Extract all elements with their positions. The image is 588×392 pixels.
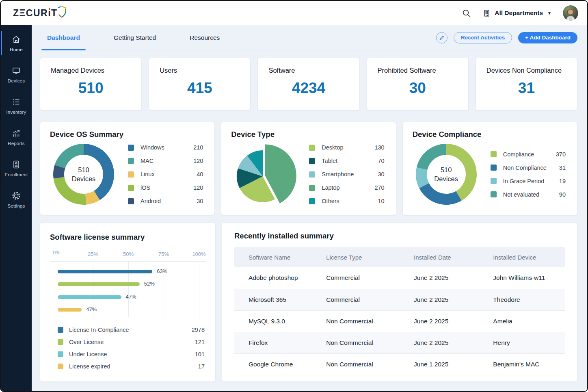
add-dashboard-button[interactable]: + Add Dashboard — [518, 32, 577, 43]
stat-card-prohibited-software: Prohibited Software 30 — [367, 58, 469, 110]
legend-item: Windows210 — [128, 141, 203, 154]
recently-installed-table: Software Name License Type Installed Dat… — [234, 247, 565, 375]
legend-item: Over License121 — [58, 336, 205, 348]
legend-item: Others10 — [309, 195, 384, 208]
legend-swatch — [491, 178, 497, 184]
sidebar-item-settings[interactable]: Settings — [1, 186, 32, 213]
recent-activities-button[interactable]: Recent Activities — [454, 32, 512, 43]
legend-value: 210 — [185, 144, 203, 151]
cell-license-type: Non Commercial — [312, 310, 400, 332]
cell-installed-date: June 2 2025 — [400, 267, 479, 289]
edit-dashboard-button[interactable] — [436, 32, 447, 43]
bar-value-label: 47% — [126, 294, 136, 300]
tab-dashboard[interactable]: Dashboard — [41, 25, 86, 50]
sidebar-item-home[interactable]: Home — [1, 29, 32, 57]
legend-value: 19 — [548, 178, 566, 184]
sidebar-item-reports[interactable]: Reports — [1, 123, 32, 151]
chart-slice-mac — [55, 144, 84, 168]
legend-label: License In-Compliance — [69, 327, 187, 333]
legend-swatch — [128, 185, 134, 191]
legend-swatch — [309, 158, 315, 164]
search-icon[interactable] — [462, 9, 471, 18]
legend-item: Linux40 — [128, 168, 203, 181]
legend-swatch — [491, 191, 497, 197]
legend-value: 90 — [548, 191, 566, 198]
brand-logo[interactable]: ZΞCURıT — [13, 8, 67, 19]
legend-label: Smartphone — [322, 171, 366, 178]
user-avatar[interactable] — [563, 5, 578, 21]
column-header-installed-device: Installed Device — [479, 247, 565, 267]
tab-resources[interactable]: Resources — [184, 25, 225, 50]
device-type-card: Device Type Desktop130Tablet70Smartphone… — [221, 122, 396, 215]
legend-item: Smartphone30 — [309, 168, 384, 181]
stat-label: Managed Devices — [51, 67, 131, 74]
legend-value: 40 — [185, 171, 203, 178]
legend-value: 121 — [187, 339, 205, 345]
axis-tick-label: 100% — [192, 251, 205, 257]
column-header-software-name: Software Name — [234, 247, 312, 267]
legend-label: Others — [322, 198, 366, 204]
column-header-license-type: License Type — [312, 247, 400, 267]
legend-swatch — [128, 171, 134, 178]
table-row[interactable]: Firefox Non Commercial June 2 2025 Henry — [234, 332, 565, 353]
legend-swatch — [128, 158, 134, 164]
legend-swatch — [58, 351, 63, 357]
legend-swatch — [128, 145, 134, 151]
cell-installed-device: Theodore — [479, 289, 565, 310]
chart-title: Software license summary — [50, 233, 205, 242]
legend-swatch — [58, 339, 63, 345]
stat-label: Users — [160, 67, 240, 74]
cell-installed-date: June 2 2025 — [400, 289, 479, 310]
legend-label: Desktop — [322, 144, 366, 151]
department-selector[interactable]: All Departments ▼ — [482, 9, 551, 17]
chart-slice-ios — [54, 177, 86, 205]
axis-tick-label: 75% — [158, 251, 169, 257]
cell-installed-device: Henry — [479, 332, 565, 353]
legend-label: Windows — [141, 144, 185, 151]
legend-item: Desktop130 — [309, 141, 384, 154]
legend-value: 120 — [185, 184, 203, 191]
legend-item: Tablet70 — [309, 154, 384, 168]
table-row[interactable]: Google Chrome Non Commercial June 1 2025… — [234, 353, 565, 375]
legend-item: iOS120 — [128, 181, 203, 195]
table-row[interactable]: MySQL 9.3.0 Non Commercial June 2 2025 A… — [234, 310, 565, 332]
table-row[interactable]: Microsoft 365 Commercial June 2 2025 The… — [234, 289, 565, 310]
bar-under-license — [58, 295, 121, 299]
chart-legend: Desktop130Tablet70Smartphone30Laptop270O… — [309, 141, 384, 208]
legend-swatch — [58, 364, 63, 369]
stat-value: 415 — [160, 80, 240, 97]
sidebar-item-devices[interactable]: Devices — [1, 61, 32, 88]
legend-label: Not evaluated — [503, 191, 548, 198]
chart-legend: Windows210MAC120Linux40iOS120Android30 — [128, 141, 203, 208]
x-axis-ticks: 0%25%50%75%100% — [58, 251, 199, 261]
stats-row: Managed Devices 510 Users 415 Software 4… — [40, 58, 577, 110]
software-license-summary-card: Software license summary 0%25%50%75%100%… — [40, 222, 216, 382]
sidebar-item-label: Devices — [8, 78, 25, 83]
legend-item: Laptop270 — [309, 181, 384, 195]
sidebar-item-enrollment[interactable]: Enrollment — [1, 154, 32, 182]
legend-label: iOS — [141, 184, 185, 191]
table-title: Recently installed summary — [234, 232, 565, 240]
chart-title: Device Compliance — [413, 130, 567, 139]
stat-card-devices-non-compliance: Devices Non Compliance 31 — [476, 58, 577, 110]
brand-shield-icon — [56, 6, 67, 18]
chart-slice-not-evaluated — [417, 144, 446, 170]
legend-value: 30 — [185, 198, 203, 204]
tab-bar: Dashboard Getting Started Resources Rece… — [40, 25, 577, 50]
legend-value: 10 — [367, 198, 385, 204]
building-icon — [482, 9, 491, 17]
legend-item: Under License101 — [58, 348, 205, 360]
stat-label: Prohibited Software — [378, 67, 458, 74]
stat-label: Software — [268, 67, 348, 74]
topbar: ZΞCURıT All Departments — [1, 1, 587, 25]
cell-software-name: Firefox — [234, 332, 312, 353]
legend-label: Over License — [69, 339, 187, 345]
table-row[interactable]: Adobe photoshop Commercial June 2 2025 J… — [234, 267, 565, 289]
bottom-row: Software license summary 0%25%50%75%100%… — [40, 222, 577, 382]
sidebar-item-label: Enrollment — [5, 172, 28, 177]
stat-card-managed-devices: Managed Devices 510 — [40, 58, 142, 110]
tab-getting-started[interactable]: Getting Started — [108, 25, 162, 50]
cell-installed-date: June 2 2025 — [400, 310, 479, 332]
trend-chart-icon — [11, 128, 21, 138]
sidebar-item-inventory[interactable]: Inventory — [1, 92, 32, 119]
